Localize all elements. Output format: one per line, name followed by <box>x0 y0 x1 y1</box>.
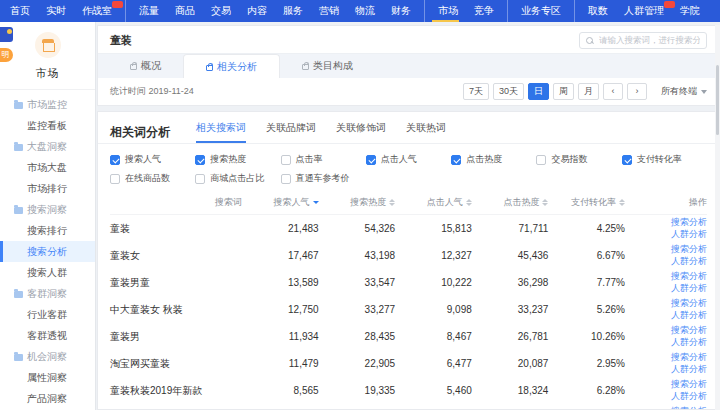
search-analysis-link[interactable]: 搜索分析 <box>671 271 707 282</box>
search-input[interactable]: 请输入搜索词，进行搜索分析 <box>579 32 707 49</box>
crowd-analysis-link[interactable]: 人群分析 <box>671 229 707 240</box>
topnav-item[interactable]: 实时 <box>38 0 74 22</box>
crowd-analysis-link[interactable]: 人群分析 <box>671 256 707 267</box>
table-column-header[interactable]: 搜索人气 <box>260 196 337 209</box>
keyword-tab[interactable]: 概况 <box>108 54 183 78</box>
topnav-item[interactable]: 物流 <box>347 0 383 22</box>
cell-search-popularity: 11,934 <box>260 331 337 342</box>
topnav-item[interactable]: 商品 <box>167 0 203 22</box>
search-analysis-link[interactable]: 搜索分析 <box>671 325 707 336</box>
topnav-item[interactable]: 服务 <box>275 0 311 22</box>
sidebar-item[interactable]: 监控看板 <box>0 115 95 136</box>
metric-checkbox[interactable]: 在线商品数 <box>110 172 195 185</box>
search-analysis-link[interactable]: 搜索分析 <box>671 352 707 363</box>
sidebar-item[interactable]: 大盘洞察 <box>0 136 95 157</box>
notification-badge <box>112 1 123 8</box>
keyword-tab[interactable]: 类目构成 <box>280 54 375 78</box>
period-button-label: 7天 <box>469 86 483 96</box>
search-analysis-link[interactable]: 搜索分析 <box>671 379 707 390</box>
metric-checkbox[interactable]: 商城点击占比 <box>195 172 280 185</box>
metric-checkbox[interactable]: 搜索热度 <box>195 153 280 166</box>
topnav-item[interactable]: 业务专区 <box>507 0 569 22</box>
cell-click-popularity: 10,222 <box>413 277 490 288</box>
sidebar-item[interactable]: 搜索洞察 <box>0 199 95 220</box>
sidebar-item[interactable]: 市场排行 <box>0 178 95 199</box>
table-column-header[interactable]: 点击人气 <box>413 196 490 209</box>
analysis-tab[interactable]: 关联热词 <box>406 121 446 143</box>
checkbox-icon <box>366 155 376 165</box>
crowd-analysis-link[interactable]: 人群分析 <box>671 364 707 375</box>
table-column-header[interactable]: 支付转化率 <box>566 196 643 209</box>
sidebar-item[interactable]: 客群洞察 <box>0 283 95 304</box>
topnav-item[interactable]: 营销 <box>311 0 347 22</box>
cell-keyword: 淘宝网买童装 <box>110 357 260 371</box>
checkbox-icon <box>451 155 461 165</box>
topnav-item[interactable]: 流量 <box>125 0 167 22</box>
metric-checkbox[interactable]: 支付转化率 <box>622 153 707 166</box>
sidebar-item[interactable]: 行业客群 <box>0 304 95 325</box>
stats-row: 统计时间 2019-11-24 7天 30天 日 <box>97 78 720 106</box>
crowd-analysis-link[interactable]: 人群分析 <box>671 310 707 321</box>
topnav-item[interactable]: 作战室 <box>74 0 120 22</box>
period-button[interactable]: › <box>627 83 647 100</box>
table-column-header[interactable]: 点击热度 <box>490 196 567 209</box>
metric-checkbox[interactable]: 点击率 <box>281 153 366 166</box>
sidebar-item[interactable]: 搜索人群 <box>0 262 95 283</box>
sidebar-item[interactable]: 产品洞察 <box>0 388 95 409</box>
cell-actions: 搜索分析 人群分析 <box>643 271 707 294</box>
period-button[interactable]: 周 <box>553 83 574 100</box>
topnav-item[interactable]: 学院 <box>672 0 708 22</box>
cell-search-popularity: 12,750 <box>260 304 337 315</box>
scrollbar[interactable] <box>715 25 720 410</box>
metric-checkbox[interactable]: 交易指数 <box>536 153 621 166</box>
table-column-header[interactable]: 搜索词 <box>110 196 260 209</box>
sidebar-item[interactable]: 搜索排行 <box>0 220 95 241</box>
topnav-item[interactable]: 交易 <box>203 0 239 22</box>
sidebar-item[interactable]: 搜索分析 <box>0 241 95 262</box>
period-button[interactable]: ‹ <box>603 83 623 100</box>
cell-click-heat: 71,711 <box>490 223 567 234</box>
table-column-header[interactable]: 搜索热度 <box>337 196 414 209</box>
analysis-tab[interactable]: 关联品牌词 <box>266 121 316 143</box>
search-analysis-link[interactable]: 搜索分析 <box>671 406 707 409</box>
sidebar-item[interactable]: 市场监控 <box>0 94 95 115</box>
crowd-analysis-link[interactable]: 人群分析 <box>671 391 707 402</box>
metric-checkbox[interactable]: 搜索人气 <box>110 153 195 166</box>
cell-actions: 搜索分析 人群分析 <box>643 352 707 375</box>
topnav-item[interactable]: 内容 <box>239 0 275 22</box>
sidebar-item[interactable]: 机会洞察 <box>0 346 95 367</box>
sidebar-item[interactable]: 属性洞察 <box>0 367 95 388</box>
cell-click-heat: 33,237 <box>490 304 567 315</box>
period-button[interactable]: 月 <box>578 83 599 100</box>
topnav-item[interactable]: 首页 <box>2 0 38 22</box>
period-button[interactable]: 7天 <box>463 83 489 100</box>
keyword-tab[interactable]: 相关分析 <box>183 54 280 78</box>
topnav-item[interactable]: 财务 <box>383 0 419 22</box>
sidebar-item[interactable]: 客群透视 <box>0 325 95 346</box>
analysis-tab[interactable]: 关联修饰词 <box>336 121 386 143</box>
related-words-table: 搜索词 搜索人气 搜索热度 <box>98 189 719 409</box>
search-analysis-link[interactable]: 搜索分析 <box>671 244 707 255</box>
topnav-item[interactable]: 取数 <box>574 0 616 22</box>
table-column-header[interactable]: 操作 <box>643 196 707 209</box>
analysis-tab[interactable]: 相关搜索词 <box>196 121 246 143</box>
cell-click-popularity: 8,467 <box>413 331 490 342</box>
scrollbar-thumb[interactable] <box>716 65 719 135</box>
metric-checkbox[interactable]: 点击热度 <box>451 153 536 166</box>
topnav-item[interactable]: 人群管理 <box>616 0 672 22</box>
period-button[interactable]: 30天 <box>493 83 524 100</box>
period-button[interactable]: 日 <box>528 83 549 100</box>
metric-checkbox[interactable]: 点击人气 <box>366 153 451 166</box>
crowd-analysis-link[interactable]: 人群分析 <box>671 283 707 294</box>
terminal-select[interactable]: 所有终端 <box>661 85 707 98</box>
sidebar-item[interactable]: 市场大盘 <box>0 157 95 178</box>
topnav-item[interactable]: 市场 <box>424 0 466 22</box>
search-analysis-link[interactable]: 搜索分析 <box>671 298 707 309</box>
cell-keyword: 童装秋装2019年新款 <box>110 384 260 398</box>
search-analysis-link[interactable]: 搜索分析 <box>671 217 707 228</box>
crowd-analysis-link[interactable]: 人群分析 <box>671 337 707 348</box>
cell-click-popularity: 15,813 <box>413 223 490 234</box>
cell-actions: 搜索分析 人群分析 <box>643 298 707 321</box>
metric-checkbox[interactable]: 直通车参考价 <box>281 172 366 185</box>
topnav-item[interactable]: 竞争 <box>466 0 502 22</box>
